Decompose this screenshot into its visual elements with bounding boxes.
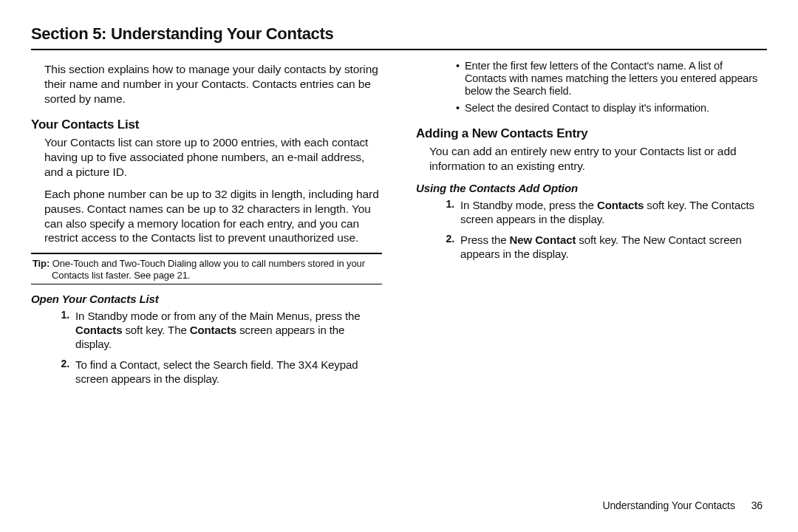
search-bullet-1: Enter the first few letters of the Conta… xyxy=(456,60,767,98)
add-step-1: 1. In Standby mode, press the Contacts s… xyxy=(444,198,767,226)
two-column-layout: This section explains how to manage your… xyxy=(31,59,767,392)
open-step-2: 2. To find a Contact, select the Search … xyxy=(59,358,382,386)
search-sub-bullets: Enter the first few letters of the Conta… xyxy=(416,60,767,115)
contacts-list-details: Each phone number can be up to 32 digits… xyxy=(44,187,382,245)
adding-entry-paragraph: You can add an entirely new entry to you… xyxy=(429,144,767,174)
left-column: This section explains how to manage your… xyxy=(31,59,382,392)
tip-text: One-Touch and Two-Touch Dialing allow yo… xyxy=(52,258,365,280)
footer-page-number: 36 xyxy=(751,499,763,511)
search-bullet-2: Select the desired Contact to display it… xyxy=(456,102,767,115)
heading-your-contacts-list: Your Contacts List xyxy=(31,117,382,133)
contacts-list-capacity: Your Contacts list can store up to 2000 … xyxy=(44,135,382,179)
add-step-2: 2. Press the New Contact soft key. The N… xyxy=(444,233,767,261)
open-contacts-steps: 1. In Standby mode or from any of the Ma… xyxy=(31,309,382,386)
heading-open-contacts: Open Your Contacts List xyxy=(31,292,382,306)
tip-box: Tip: One-Touch and Two-Touch Dialing all… xyxy=(31,253,382,284)
heading-adding-entry: Adding a New Contacts Entry xyxy=(416,126,767,142)
heading-using-add-option: Using the Contacts Add Option xyxy=(416,181,767,195)
page-title: Section 5: Understanding Your Contacts xyxy=(31,24,767,50)
intro-paragraph: This section explains how to manage your… xyxy=(31,62,382,106)
open-step-1: 1. In Standby mode or from any of the Ma… xyxy=(59,309,382,352)
right-column: Enter the first few letters of the Conta… xyxy=(416,59,767,392)
tip-label: Tip: xyxy=(33,258,50,269)
add-option-steps: 1. In Standby mode, press the Contacts s… xyxy=(416,198,767,261)
page-footer: Understanding Your Contacts 36 xyxy=(602,499,763,513)
footer-section-name: Understanding Your Contacts xyxy=(602,499,734,511)
